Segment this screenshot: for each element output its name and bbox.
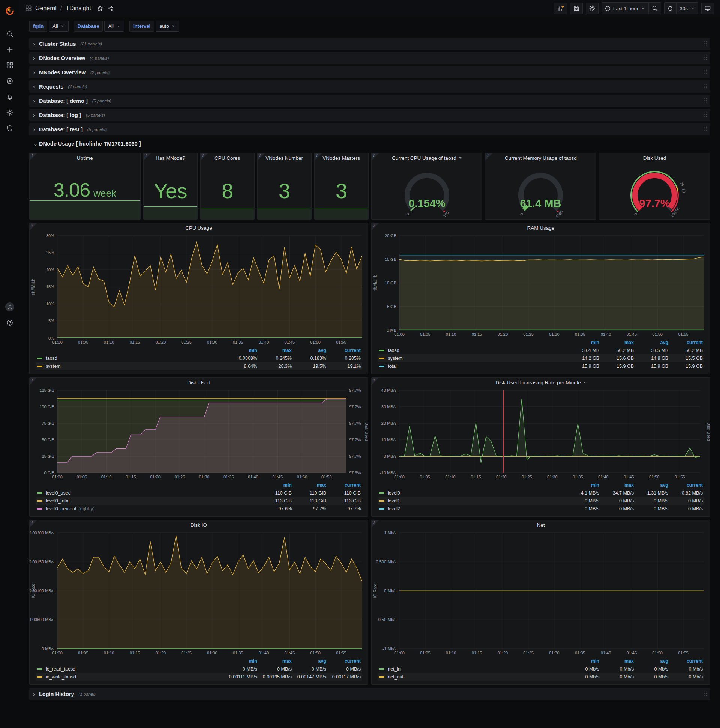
nav-item-help[interactable]	[3, 316, 17, 329]
nav-item-user[interactable]	[3, 300, 17, 314]
panel-info-corner[interactable]	[30, 378, 37, 385]
legend-column-current[interactable]: current	[668, 659, 703, 664]
panel-title[interactable]: VNodes Masters	[315, 153, 368, 163]
panel-title[interactable]: Has MNode?	[143, 153, 197, 163]
legend-column-current[interactable]: current	[326, 348, 361, 353]
dashboard-row-collapsed[interactable]: ›Database: [ log ](5 panels)	[29, 109, 710, 121]
chart-plot-area[interactable]: 0%5%10%15%20%25%30%01:0001:0501:1001:150…	[30, 232, 368, 346]
chart-plot-area[interactable]: 0 MB/s0.000500 MB/s0.00100 MB/s0.00150 M…	[30, 530, 368, 656]
row-drag-handle-icon[interactable]	[702, 98, 708, 105]
panel-title[interactable]: CPU Cores	[201, 153, 254, 163]
panel-title[interactable]: Current Memory Usage of taosd	[485, 153, 596, 163]
nav-item-configuration[interactable]	[3, 106, 17, 119]
panel-info-corner[interactable]	[30, 153, 37, 161]
series-name[interactable]: taosd	[46, 356, 57, 361]
series-name[interactable]: total	[388, 364, 397, 369]
nav-item-dashboards[interactable]	[3, 58, 17, 72]
variable-value-interval[interactable]: auto	[156, 21, 179, 32]
series-color-swatch[interactable]	[379, 676, 384, 678]
panel-info-corner[interactable]	[201, 153, 208, 161]
legend-column-min[interactable]: min	[223, 348, 257, 353]
panel-info-corner[interactable]	[258, 153, 265, 161]
series-name[interactable]: level0_total	[46, 499, 69, 503]
drag-handle-icon[interactable]	[702, 126, 708, 132]
series-name[interactable]: net_out	[388, 674, 404, 680]
chart-canvas[interactable]: 0 MB/s0.000500 MB/s0.00100 MB/s0.00150 M…	[30, 530, 368, 656]
dashboard-row-collapsed[interactable]: ›Database: [ test ](5 panels)	[29, 123, 710, 136]
series-color-swatch[interactable]	[37, 676, 43, 678]
legend-column-min[interactable]: min	[257, 483, 292, 488]
legend-column-min[interactable]: min	[223, 659, 257, 664]
time-range-picker[interactable]: Last 1 hour	[602, 3, 649, 14]
breadcrumb-title[interactable]: TDinsight	[66, 5, 91, 12]
panel-title[interactable]: CPU Usage	[30, 223, 368, 232]
panel-info-corner[interactable]	[372, 153, 379, 161]
chart-canvas[interactable]: 0 GiB25 GiB50 GiB75 GiB100 GiB125 GiB01:…	[30, 387, 368, 480]
dashboard-row-collapsed[interactable]: ›DNodes Overview(4 panels)	[29, 52, 710, 64]
dashboards-icon[interactable]	[26, 5, 32, 11]
drag-handle-icon[interactable]	[702, 112, 708, 118]
panel-info-corner[interactable]	[372, 520, 379, 528]
series-color-swatch[interactable]	[37, 508, 43, 509]
series-color-swatch[interactable]	[379, 668, 384, 670]
panel-title[interactable]: RAM Usage	[372, 223, 710, 232]
series-name[interactable]: level0_percent	[46, 506, 76, 511]
nav-item-explore[interactable]	[3, 74, 17, 88]
nav-item-server-admin[interactable]	[3, 122, 17, 135]
row-drag-handle-icon[interactable]	[702, 55, 708, 62]
variable-value-fqdn[interactable]: All	[49, 21, 68, 32]
panel-info-corner[interactable]	[485, 153, 493, 161]
series-color-swatch[interactable]	[37, 358, 43, 359]
panel-info-corner[interactable]	[372, 378, 379, 385]
legend-column-min[interactable]: min	[565, 483, 599, 488]
dashboard-row-collapsed[interactable]: ›Cluster Status(21 panels)	[29, 38, 710, 50]
refresh-interval-picker[interactable]: 30s	[676, 3, 698, 14]
series-color-swatch[interactable]	[37, 492, 43, 494]
add-panel-button[interactable]	[554, 3, 567, 14]
chart-canvas[interactable]: -1 Mb/s-0.50 Mb/s0 Mb/s0.500 Mb/s1 Mb/s0…	[372, 530, 710, 656]
series-color-swatch[interactable]	[379, 508, 384, 509]
dashboard-settings-button[interactable]	[586, 3, 598, 14]
legend-column-max[interactable]: max	[599, 659, 634, 664]
nav-item-alerting[interactable]	[3, 90, 17, 104]
row-login-history[interactable]: › Login History (1 panel)	[29, 688, 710, 700]
legend-column-avg[interactable]: avg	[634, 340, 668, 345]
row-drag-handle-icon[interactable]	[702, 41, 708, 47]
chart-canvas[interactable]: 0%5%10%15%20%25%30%01:0001:0501:1001:150…	[30, 232, 368, 346]
series-name[interactable]: net_in	[388, 667, 401, 672]
legend-column-current[interactable]: current	[668, 483, 703, 488]
series-name[interactable]: taosd	[388, 348, 400, 353]
save-dashboard-button[interactable]	[570, 3, 583, 14]
series-name[interactable]: level1	[388, 499, 400, 503]
legend-column-avg[interactable]: avg	[292, 348, 326, 353]
panel-title[interactable]: Current CPU Usage of taosd	[372, 153, 482, 163]
legend-column-max[interactable]: max	[257, 659, 292, 664]
legend-column-avg[interactable]: avg	[634, 483, 668, 488]
panel-info-corner[interactable]	[143, 153, 151, 161]
row-drag-handle-icon[interactable]	[702, 83, 708, 90]
series-color-swatch[interactable]	[379, 358, 384, 359]
chart-canvas[interactable]: 0 MB5 GB10 GB15 GB20 GB01:0001:0501:1001…	[372, 232, 710, 338]
legend-column-current[interactable]: current	[326, 483, 361, 488]
series-name[interactable]: level2	[388, 506, 400, 511]
panel-info-corner[interactable]	[372, 223, 379, 230]
dashboard-row-collapsed[interactable]: ›Database: [ demo ](5 panels)	[29, 95, 710, 107]
legend-column-min[interactable]: min	[565, 659, 599, 664]
series-color-swatch[interactable]	[379, 350, 384, 351]
drag-handle-icon[interactable]	[702, 83, 708, 89]
legend-column-current[interactable]: current	[668, 340, 703, 345]
legend-column-min[interactable]: min	[565, 340, 599, 345]
star-icon[interactable]	[97, 5, 103, 11]
dashboard-row-collapsed[interactable]: ›MNodes Overview(2 panels)	[29, 66, 710, 78]
chart-plot-area[interactable]: -10 MB/s0 MB/s10 MB/s20 MB/s30 MB/s40 MB…	[372, 387, 710, 480]
row-drag-handle-icon[interactable]	[702, 69, 708, 76]
series-name[interactable]: system	[46, 364, 61, 369]
legend-column-max[interactable]: max	[599, 340, 634, 345]
legend-column-max[interactable]: max	[599, 483, 634, 488]
drag-handle-icon[interactable]	[702, 41, 708, 46]
legend-column-current[interactable]: current	[326, 659, 361, 664]
series-color-swatch[interactable]	[37, 500, 43, 502]
variable-label-database[interactable]: Database	[74, 21, 103, 32]
legend-column-avg[interactable]: avg	[292, 659, 326, 664]
legend-column-max[interactable]: max	[292, 483, 326, 488]
